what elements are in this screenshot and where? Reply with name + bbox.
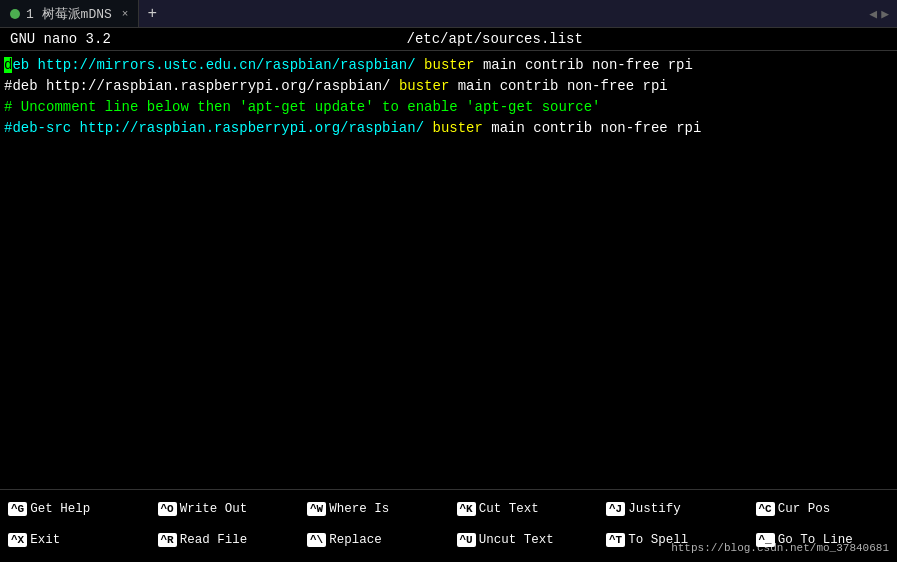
shortcut-label: Uncut Text: [479, 533, 554, 547]
tab-dot: [10, 9, 20, 19]
shortcut-item[interactable]: ^UUncut Text: [449, 525, 599, 556]
shortcut-key: ^T: [606, 533, 625, 547]
shortcut-item[interactable]: ^JJustify: [598, 494, 748, 525]
nav-right-icon[interactable]: ▶: [881, 6, 889, 22]
nav-arrows: ◀ ▶: [869, 6, 897, 22]
shortcut-item[interactable]: ^WWhere Is: [299, 494, 449, 525]
shortcut-key: ^X: [8, 533, 27, 547]
editor-line: deb http://mirrors.ustc.edu.cn/raspbian/…: [4, 55, 893, 76]
shortcut-key: ^\: [307, 533, 326, 547]
shortcut-key: ^W: [307, 502, 326, 516]
nano-header: GNU nano 3.2 /etc/apt/sources.list: [0, 28, 897, 51]
file-path: /etc/apt/sources.list: [406, 31, 582, 47]
editor-area[interactable]: deb http://mirrors.ustc.edu.cn/raspbian/…: [0, 51, 897, 489]
shortcut-label: Cur Pos: [778, 502, 831, 516]
tab-label: 1 树莓派mDNS: [26, 5, 112, 23]
editor-line: #deb http://raspbian.raspberrypi.org/ras…: [4, 76, 893, 97]
nav-left-icon[interactable]: ◀: [869, 6, 877, 22]
active-tab[interactable]: 1 树莓派mDNS ×: [0, 0, 139, 27]
shortcut-key: ^R: [158, 533, 177, 547]
shortcut-key: ^G: [8, 502, 27, 516]
shortcut-label: Write Out: [180, 502, 248, 516]
nano-version: GNU nano 3.2: [10, 31, 111, 47]
shortcut-item[interactable]: ^\Replace: [299, 525, 449, 556]
shortcut-key: ^O: [158, 502, 177, 516]
shortcut-row-1: ^GGet Help^OWrite Out^WWhere Is^KCut Tex…: [0, 494, 897, 525]
shortcut-item[interactable]: ^KCut Text: [449, 494, 599, 525]
shortcut-item[interactable]: ^GGet Help: [0, 494, 150, 525]
shortcut-item[interactable]: ^XExit: [0, 525, 150, 556]
shortcut-label: Justify: [628, 502, 681, 516]
editor-line: # Uncomment line below then 'apt-get upd…: [4, 97, 893, 118]
add-tab-button[interactable]: +: [139, 5, 165, 23]
editor-line: #deb-src http://raspbian.raspberrypi.org…: [4, 118, 893, 139]
shortcut-item[interactable]: ^RRead File: [150, 525, 300, 556]
shortcut-label: Get Help: [30, 502, 90, 516]
watermark: https://blog.csdn.net/mo_37840681: [671, 542, 889, 554]
shortcut-label: Replace: [329, 533, 382, 547]
shortcut-label: Cut Text: [479, 502, 539, 516]
shortcut-item[interactable]: ^CCur Pos: [748, 494, 898, 525]
shortcut-key: ^U: [457, 533, 476, 547]
nano-header-right: [879, 31, 887, 47]
shortcut-label: Exit: [30, 533, 60, 547]
shortcut-key: ^C: [756, 502, 775, 516]
shortcut-key: ^J: [606, 502, 625, 516]
shortcut-item[interactable]: ^OWrite Out: [150, 494, 300, 525]
shortcut-key: ^K: [457, 502, 476, 516]
shortcut-label: Where Is: [329, 502, 389, 516]
close-tab-button[interactable]: ×: [122, 8, 129, 20]
title-bar: 1 树莓派mDNS × + ◀ ▶: [0, 0, 897, 28]
shortcut-label: Read File: [180, 533, 248, 547]
